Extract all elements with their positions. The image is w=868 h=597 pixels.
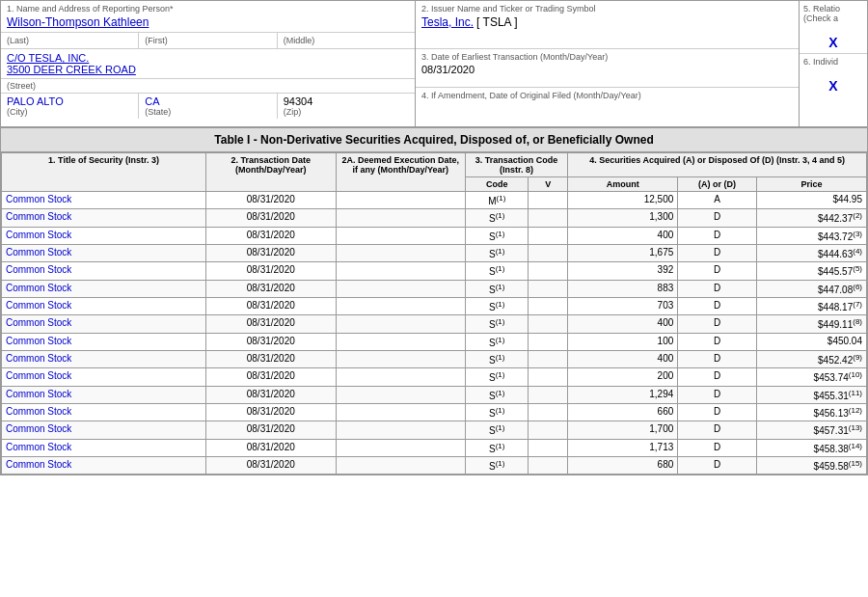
- securities-table: 1. Title of Security (Instr. 3) 2. Trans…: [1, 152, 867, 475]
- cell-aord: D: [678, 315, 757, 333]
- cell-code: S(1): [466, 227, 529, 244]
- th-securities-group: 4. Securities Acquired (A) or Disposed O…: [568, 153, 867, 177]
- cell-code: S(1): [466, 244, 529, 261]
- cell-deemed: [336, 192, 466, 209]
- cell-aord: D: [678, 262, 757, 280]
- cell-amount: 12,500: [568, 192, 678, 209]
- cell-v: [529, 262, 568, 280]
- cell-price: $450.04: [756, 333, 866, 350]
- table-row: Common Stock 08/31/2020 S(1) 1,713 D $45…: [2, 439, 867, 456]
- cell-aord: D: [678, 209, 757, 227]
- cell-aord: D: [678, 333, 757, 350]
- cell-title[interactable]: Common Stock: [2, 315, 206, 333]
- table-row: Common Stock 08/31/2020 S(1) 1,675 D $44…: [2, 244, 867, 261]
- cell-code: S(1): [466, 262, 529, 280]
- reporter-name[interactable]: Wilson-Thompson Kathleen: [7, 15, 409, 29]
- section4-block: 4. If Amendment, Date of Original Filed …: [416, 88, 799, 126]
- cell-title[interactable]: Common Stock: [2, 244, 206, 261]
- cell-title[interactable]: Common Stock: [2, 368, 206, 386]
- cell-code: S(1): [466, 368, 529, 386]
- cell-title[interactable]: Common Stock: [2, 333, 206, 350]
- section5-block: 5. Relatio (Check a X: [800, 1, 867, 54]
- first-label: (First): [139, 33, 277, 48]
- cell-date: 08/31/2020: [206, 333, 337, 350]
- cell-date: 08/31/2020: [206, 386, 337, 403]
- cell-date: 08/31/2020: [206, 209, 337, 227]
- cell-code: S(1): [466, 403, 529, 421]
- cell-title[interactable]: Common Stock: [2, 227, 206, 244]
- cell-price: $444.63(4): [756, 244, 866, 261]
- table-row: Common Stock 08/31/2020 S(1) 1,700 D $45…: [2, 421, 867, 439]
- th-trans-date: 2. Transaction Date (Month/Day/Year): [206, 153, 337, 192]
- cell-price: $442.37(2): [756, 209, 866, 227]
- cell-title[interactable]: Common Stock: [2, 456, 206, 474]
- section6-x: X: [803, 68, 863, 94]
- cell-title[interactable]: Common Stock: [2, 421, 206, 439]
- table-row: Common Stock 08/31/2020 S(1) 392 D $445.…: [2, 262, 867, 280]
- cell-title[interactable]: Common Stock: [2, 386, 206, 403]
- cell-aord: D: [678, 456, 757, 474]
- cell-aord: D: [678, 297, 757, 314]
- section6-label: 6. Individ: [803, 57, 863, 67]
- cell-v: [529, 456, 568, 474]
- table-row: Common Stock 08/31/2020 S(1) 883 D $447.…: [2, 280, 867, 297]
- cell-deemed: [336, 209, 466, 227]
- cell-title[interactable]: Common Stock: [2, 297, 206, 314]
- top-section: 1. Name and Address of Reporting Person*…: [1, 1, 867, 127]
- company-name: C/O TESLA, INC.: [7, 52, 409, 64]
- cell-amount: 680: [568, 456, 678, 474]
- state-label: (State): [145, 107, 270, 117]
- cell-amount: 1,675: [568, 244, 678, 261]
- street-label-row: (Street): [1, 78, 415, 94]
- cell-v: [529, 386, 568, 403]
- cell-price: $457.31(13): [756, 421, 866, 439]
- issuer-name[interactable]: Tesla, Inc.: [421, 15, 474, 29]
- cell-price: $458.38(14): [756, 439, 866, 456]
- table-row: Common Stock 08/31/2020 S(1) 400 D $449.…: [2, 315, 867, 333]
- cell-title[interactable]: Common Stock: [2, 192, 206, 209]
- cell-deemed: [336, 227, 466, 244]
- section6-block: 6. Individ X: [800, 54, 867, 96]
- cell-date: 08/31/2020: [206, 456, 337, 474]
- table-row: Common Stock 08/31/2020 S(1) 1,294 D $45…: [2, 386, 867, 403]
- cell-title[interactable]: Common Stock: [2, 280, 206, 297]
- cell-deemed: [336, 368, 466, 386]
- cell-title[interactable]: Common Stock: [2, 403, 206, 421]
- cell-amount: 400: [568, 227, 678, 244]
- city-cell: PALO ALTO (City): [1, 94, 139, 119]
- state-cell: CA (State): [139, 94, 277, 119]
- table-row: Common Stock 08/31/2020 S(1) 703 D $448.…: [2, 297, 867, 314]
- cell-code: S(1): [466, 280, 529, 297]
- street-label: (Street): [1, 79, 415, 93]
- city-value: PALO ALTO: [7, 95, 132, 107]
- th-price: Price: [756, 177, 866, 192]
- th-amount: Amount: [568, 177, 678, 192]
- th-title: 1. Title of Security (Instr. 3): [2, 153, 206, 192]
- cell-code: S(1): [466, 386, 529, 403]
- cell-title[interactable]: Common Stock: [2, 209, 206, 227]
- section2-label: 2. Issuer Name and Ticker or Trading Sym…: [421, 4, 793, 14]
- cell-amount: 392: [568, 262, 678, 280]
- cell-amount: 703: [568, 297, 678, 314]
- cell-aord: D: [678, 244, 757, 261]
- cell-price: $452.42(9): [756, 350, 866, 367]
- cell-aord: A: [678, 192, 757, 209]
- cell-deemed: [336, 244, 466, 261]
- cell-code: S(1): [466, 315, 529, 333]
- zip-value: 94304: [284, 95, 409, 107]
- cell-v: [529, 333, 568, 350]
- cell-v: [529, 421, 568, 439]
- state-value: CA: [145, 95, 270, 107]
- cell-title[interactable]: Common Stock: [2, 439, 206, 456]
- cell-v: [529, 227, 568, 244]
- cell-amount: 1,300: [568, 209, 678, 227]
- cell-title[interactable]: Common Stock: [2, 350, 206, 367]
- cell-v: [529, 280, 568, 297]
- cell-amount: 400: [568, 315, 678, 333]
- table-row: Common Stock 08/31/2020 S(1) 400 D $443.…: [2, 227, 867, 244]
- section3-label: 3. Date of Earliest Transaction (Month/D…: [421, 52, 793, 62]
- section5-label: 5. Relatio (Check a: [803, 4, 863, 23]
- cell-amount: 200: [568, 368, 678, 386]
- table-row: Common Stock 08/31/2020 S(1) 400 D $452.…: [2, 350, 867, 367]
- cell-title[interactable]: Common Stock: [2, 262, 206, 280]
